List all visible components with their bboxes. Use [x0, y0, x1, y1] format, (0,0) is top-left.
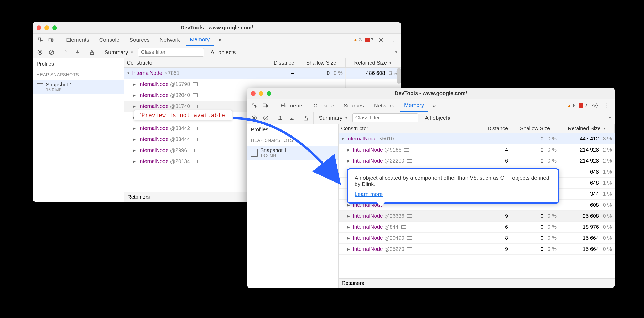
constructor-group-row[interactable]: ▼InternalNode×7851 – 00 % 486 6083 %: [124, 68, 401, 79]
tab-console[interactable]: Console: [95, 34, 124, 46]
col-retained[interactable]: Retained Size▼: [559, 124, 615, 133]
view-dropdown[interactable]: Summary: [317, 114, 349, 122]
objects-dropdown[interactable]: All objects: [423, 114, 451, 122]
profiles-heading: Profiles: [247, 124, 338, 135]
objects-dropdown[interactable]: All objects: [209, 48, 237, 56]
window-title: DevTools - www.google.com/: [33, 25, 401, 31]
device-toggle-icon[interactable]: [261, 101, 270, 110]
tab-elements[interactable]: Elements: [276, 99, 308, 112]
svg-line-15: [264, 116, 267, 119]
tab-memory[interactable]: Memory: [186, 34, 214, 46]
titlebar[interactable]: DevTools - www.google.com/: [247, 88, 615, 99]
close-icon[interactable]: [37, 25, 41, 30]
settings-icon[interactable]: [377, 35, 386, 44]
warning-badge[interactable]: ▲3: [353, 37, 362, 43]
snapshot-item[interactable]: Snapshot 1 13.3 MB: [247, 146, 338, 160]
more-tabs-icon[interactable]: »: [216, 35, 225, 44]
snapshot-name: Snapshot 1: [46, 82, 72, 88]
snapshot-name: Snapshot 1: [260, 147, 287, 153]
table-row[interactable]: ▶InternalNode @844 600 %18 9760 %: [339, 222, 615, 233]
snapshot-icon: [251, 149, 258, 157]
kebab-icon[interactable]: ⋮: [603, 101, 611, 110]
scrollbar[interactable]: [397, 68, 401, 84]
svg-point-13: [253, 117, 255, 119]
clear-icon[interactable]: [261, 113, 270, 122]
info-tooltip: An object allocated by a component other…: [347, 168, 559, 204]
window-title: DevTools - www.google.com/: [247, 90, 615, 96]
tab-sources[interactable]: Sources: [340, 99, 368, 112]
table-row[interactable]: ▶InternalNode @26636 900 %25 6080 %: [339, 211, 615, 222]
chevron-down-icon[interactable]: ▼: [394, 50, 398, 54]
col-distance[interactable]: Distance: [477, 124, 511, 133]
settings-icon[interactable]: [590, 101, 599, 110]
chevron-down-icon[interactable]: ▼: [608, 116, 611, 120]
preview-popover: "Preview is not available": [134, 110, 232, 120]
snapshot-size: 13.3 MB: [260, 153, 287, 158]
traffic-lights: [251, 91, 271, 96]
svg-point-3: [380, 39, 382, 41]
svg-point-11: [594, 105, 596, 106]
upload-icon[interactable]: [276, 113, 285, 122]
inspect-icon[interactable]: [36, 35, 45, 44]
download-icon[interactable]: [287, 113, 296, 122]
tooltip-text: An object allocated by a component other…: [355, 175, 552, 187]
upload-icon[interactable]: [61, 48, 70, 57]
memory-toolbar: Summary All objects ▼: [33, 46, 401, 58]
tab-network[interactable]: Network: [370, 99, 398, 112]
snapshot-item[interactable]: Snapshot 1 16.0 MB: [33, 80, 124, 94]
clear-icon[interactable]: [47, 48, 56, 57]
retainers-heading[interactable]: Retainers: [339, 278, 615, 288]
table-row[interactable]: ▶InternalNode @25270 900 %15 6640 %: [339, 244, 615, 255]
tab-elements[interactable]: Elements: [62, 34, 94, 46]
maximize-icon[interactable]: [52, 25, 57, 30]
inspect-icon[interactable]: [250, 101, 259, 110]
col-constructor[interactable]: Constructor: [339, 124, 477, 133]
gc-icon[interactable]: [87, 48, 96, 57]
table-row[interactable]: ▶InternalNode @20490 800 %15 6640 %: [339, 233, 615, 244]
tab-network[interactable]: Network: [155, 34, 184, 46]
col-shallow[interactable]: Shallow Size: [511, 124, 559, 133]
traffic-lights: [37, 25, 57, 30]
tab-bar: Elements Console Sources Network Memory …: [247, 99, 615, 112]
class-filter-input[interactable]: [352, 113, 418, 122]
record-icon[interactable]: [35, 48, 44, 57]
tab-sources[interactable]: Sources: [125, 34, 154, 46]
table-row[interactable]: ▶InternalNode @9166 400 %214 9282 %: [339, 144, 615, 155]
tab-memory[interactable]: Memory: [400, 99, 428, 112]
sidebar: Profiles HEAP SNAPSHOTS Snapshot 1 16.0 …: [33, 58, 124, 202]
snapshot-icon: [37, 83, 43, 91]
titlebar[interactable]: DevTools - www.google.com/: [33, 22, 401, 34]
col-retained[interactable]: Retained Size▼: [346, 58, 401, 67]
tab-console[interactable]: Console: [309, 99, 338, 112]
svg-point-5: [39, 51, 41, 53]
learn-more-link[interactable]: Learn more: [355, 191, 383, 197]
table-header: Constructor Distance Shallow Size Retain…: [124, 58, 401, 68]
minimize-icon[interactable]: [259, 91, 263, 96]
sidebar: Profiles HEAP SNAPSHOTS Snapshot 1 13.3 …: [247, 124, 339, 288]
warning-badge[interactable]: ▲6: [567, 103, 575, 108]
device-toggle-icon[interactable]: [46, 35, 55, 44]
profiles-heading: Profiles: [33, 58, 124, 70]
col-distance[interactable]: Distance: [263, 58, 297, 67]
kebab-icon[interactable]: ⋮: [389, 35, 398, 44]
minimize-icon[interactable]: [44, 25, 49, 30]
tab-bar: Elements Console Sources Network Memory …: [33, 34, 401, 46]
constructor-group-row[interactable]: ▼InternalNode×5010 – 00 % 447 4123 %: [339, 133, 615, 144]
download-icon[interactable]: [73, 48, 82, 57]
record-icon[interactable]: [250, 113, 259, 122]
class-filter-input[interactable]: [138, 48, 204, 57]
col-shallow[interactable]: Shallow Size: [297, 58, 346, 67]
view-dropdown[interactable]: Summary: [102, 48, 134, 56]
more-tabs-icon[interactable]: »: [430, 101, 439, 110]
svg-line-7: [50, 51, 53, 54]
error-badge[interactable]: !3: [365, 37, 373, 43]
memory-toolbar: Summary All objects ▼: [247, 112, 615, 124]
close-icon[interactable]: [251, 91, 256, 96]
gc-icon[interactable]: [302, 113, 311, 122]
error-badge[interactable]: ✕2: [579, 103, 587, 108]
maximize-icon[interactable]: [267, 91, 271, 96]
table-header: Constructor Distance Shallow Size Retain…: [339, 124, 615, 133]
heap-snapshots-section: HEAP SNAPSHOTS: [247, 135, 338, 146]
col-constructor[interactable]: Constructor: [124, 58, 263, 67]
table-row[interactable]: ▶InternalNode @22200 600 %214 9282 %: [339, 155, 615, 166]
